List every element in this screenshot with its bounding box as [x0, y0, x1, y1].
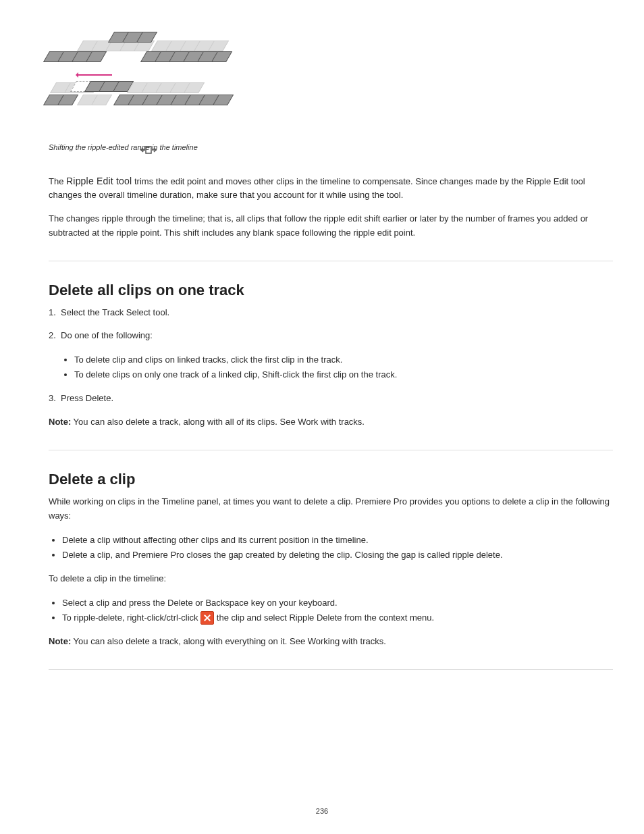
- delete-step-2: To ripple-delete, right-click/ctrl-click…: [62, 610, 613, 625]
- heading-delete-all-clips: Delete all clips on one track: [49, 282, 613, 299]
- note-1: Note: You can also delete a track, along…: [49, 415, 613, 429]
- heading-delete-clip: Delete a clip: [49, 471, 613, 488]
- figure-caption: Shifting the ripple-edited range in the …: [49, 142, 613, 153]
- page-number: 236: [0, 807, 644, 815]
- close-x-icon: [200, 611, 214, 625]
- delete-step-1: Select a clip and press the Delete or Ba…: [62, 596, 613, 610]
- step-3: 3.Press Delete.: [49, 392, 613, 406]
- delete-clip-intro: While working on clips in the Timeline p…: [49, 495, 613, 523]
- ripple-tool-icon: [140, 145, 157, 155]
- step-2a: To delete clip and clips on linked track…: [74, 353, 613, 367]
- divider-3: [49, 669, 613, 670]
- ripple-arrow: [77, 74, 112, 76]
- step-1: 1.Select the Track Select tool.: [49, 306, 613, 320]
- step-2: 2.Do one of the following:: [49, 329, 613, 343]
- delete-option-2: Delete a clip, and Premiere Pro closes t…: [62, 548, 613, 563]
- step-2b: To delete clips on only one track of a l…: [74, 367, 613, 382]
- note-2: Note: You can also delete a track, along…: [49, 635, 613, 649]
- ripple-edit-figure: [46, 41, 235, 135]
- divider: [49, 261, 613, 261]
- paragraph-ripple-tool: The Ripple Edit tool trims the edit poin…: [49, 174, 613, 203]
- paragraph-ripple-desc: The changes ripple through the timeline;…: [49, 212, 613, 240]
- delete-clip-howto: To delete a clip in the timeline:: [49, 572, 613, 586]
- svg-rect-0: [146, 147, 151, 153]
- divider-2: [49, 450, 613, 450]
- delete-option-1: Delete a clip without affecting other cl…: [62, 533, 613, 548]
